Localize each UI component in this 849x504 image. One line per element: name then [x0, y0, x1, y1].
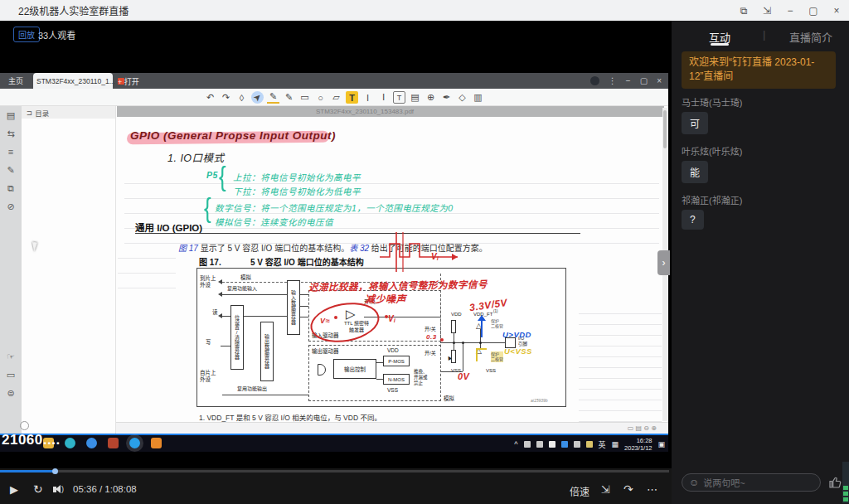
pencil-icon[interactable]: ✎	[283, 91, 295, 104]
eraser-icon[interactable]: ◇	[456, 91, 468, 104]
play-button[interactable]: ▶	[10, 483, 18, 496]
diagram-label-vss-right2: VSS	[486, 368, 496, 375]
more-button[interactable]: ⋯	[647, 483, 657, 496]
chat-bubble[interactable]: 能	[682, 161, 708, 183]
page-arrange-icon[interactable]: ⇆	[0, 124, 22, 143]
status-icon[interactable]: ⊕	[651, 424, 657, 432]
diagram-line	[376, 362, 383, 363]
ruled-line	[579, 378, 662, 379]
web-link-icon[interactable]: ⊕	[424, 91, 437, 104]
annotate-icon[interactable]: ✎	[0, 161, 22, 179]
status-icon[interactable]: ▭	[628, 424, 636, 432]
progress-bar[interactable]	[0, 470, 669, 472]
diagram-label-vdd: VDD	[387, 347, 399, 354]
select-cursor-icon[interactable]: ➤	[249, 89, 266, 106]
like-button[interactable]	[827, 475, 842, 493]
desktop-taskbar: ^ 英 ▦ 16:28 2023/1/12 ▣	[0, 434, 668, 452]
redo-icon[interactable]: ↷	[220, 91, 232, 104]
floating-tool-button[interactable]	[20, 421, 29, 430]
tray-bluetooth-icon[interactable]	[561, 441, 568, 448]
ime-indicator[interactable]: 英	[599, 439, 606, 450]
pdf-menu-icon[interactable]: ⋮	[609, 76, 617, 85]
text-caret-icon[interactable]: Ⅰ	[377, 91, 390, 104]
pip-icon[interactable]: ⧉	[738, 5, 750, 17]
tray-clipboard-icon[interactable]	[536, 441, 543, 448]
toc-header[interactable]: ⊐ 目录	[22, 106, 115, 119]
side-panel-icon[interactable]: ▥	[472, 91, 484, 104]
screen-mode-icon[interactable]: ▭	[0, 366, 22, 384]
emoji-icon[interactable]: ☺	[689, 477, 699, 488]
reader-view-icon[interactable]: ▤	[0, 106, 22, 124]
pdf-maximize-icon[interactable]: ▢	[640, 76, 648, 85]
strip-bottom-icons: ☞▭⊜	[0, 347, 22, 402]
hw-teal-line: 模拟信号：连续变化的电压值	[215, 216, 333, 228]
status-icon[interactable]: ▤	[636, 424, 644, 432]
outline-list-icon[interactable]: ≡	[0, 143, 22, 161]
expand-icon[interactable]: ⇲	[761, 5, 773, 17]
taskbar-app-app-orange[interactable]	[151, 438, 162, 448]
tray-clock[interactable]: 16:28 2023/1/12	[624, 437, 652, 453]
chat-sidebar: 互动 | 直播简介 欢迎来到“钉钉直播 2023-01-12”直播间 马士琦(马…	[672, 21, 849, 504]
pencil-yellow-icon[interactable]: ✎	[267, 91, 279, 104]
status-icon[interactable]: ⊖	[643, 424, 651, 432]
cast-button[interactable]: ↷	[623, 482, 633, 496]
pdf-tab-document[interactable]: STM32F4xx_230110_1...	[33, 73, 113, 89]
polygon-icon[interactable]: ▱	[330, 91, 342, 104]
tray-volume-icon[interactable]	[574, 441, 580, 448]
video-screen[interactable]: 主页 STM32F4xx_230110_1... + 打开 ↶↷◊➤✎✎▭○▱T…	[0, 73, 668, 452]
touch-keyboard-icon[interactable]: ▦	[612, 440, 619, 448]
pdf-window-controls: ⋮ − ▢ ×	[590, 76, 662, 85]
hw-io-mode: 1. IO口模式	[167, 149, 225, 165]
shape-lasso-icon[interactable]: ◊	[235, 91, 248, 104]
taskbar-app-app-blue[interactable]	[86, 438, 97, 448]
tray-caret-icon[interactable]: ^	[514, 440, 517, 448]
text-box-icon[interactable]: T	[393, 91, 405, 104]
speed-button[interactable]: 倍速	[570, 484, 589, 498]
image-stamp-icon[interactable]: ▤	[409, 91, 421, 104]
taskbar-app-edge-browser[interactable]	[65, 438, 75, 448]
panel-expand-chevron[interactable]: ›	[657, 250, 670, 275]
doc-scrollbar-thumb[interactable]	[663, 110, 667, 148]
diagram-line	[300, 317, 308, 317]
tab-live-intro[interactable]: 直播简介	[789, 29, 832, 45]
chat-bubble[interactable]: ?	[682, 210, 704, 230]
taskbar-app-app-red[interactable]	[108, 438, 119, 448]
pdf-tab-home[interactable]: 主页	[8, 75, 23, 86]
pdf-open-button[interactable]: + 打开	[118, 76, 139, 87]
nmos-box: N-MOS	[383, 374, 410, 385]
chat-bubble[interactable]: 可	[682, 112, 708, 134]
undo-icon[interactable]: ↶	[204, 91, 216, 104]
pdf-minimize-icon[interactable]: −	[626, 76, 631, 85]
text-insert-icon[interactable]: I	[361, 91, 374, 104]
restore-icon[interactable]: ▢	[808, 5, 819, 17]
account-avatar[interactable]	[590, 76, 599, 85]
tray-battery-icon[interactable]	[586, 441, 593, 448]
tray-headset-icon[interactable]	[524, 441, 531, 448]
tray-phone-icon[interactable]	[549, 441, 555, 448]
hw-teal-line: 上拉：将电信号初始化为高电平	[233, 171, 361, 183]
progress-knob[interactable]	[52, 468, 58, 474]
more-tools-icon[interactable]: ⊜	[0, 384, 22, 402]
taskbar-app-dingtalk[interactable]	[129, 438, 140, 448]
fullscreen-button[interactable]: ⇲	[601, 483, 610, 496]
doc-section-heading: 通用 I/O (GPIO)	[135, 220, 202, 234]
minimize-icon[interactable]: −	[784, 5, 796, 17]
chat-input[interactable]: ☺ 说两句吧~	[682, 473, 821, 492]
signature-icon[interactable]: ✒	[440, 91, 453, 104]
snapshot-icon[interactable]: ⧉	[0, 179, 22, 197]
tag-icon[interactable]: ⊘	[0, 197, 22, 216]
pdf-tabbar: 主页 STM32F4xx_230110_1... + 打开	[0, 73, 668, 89]
refresh-button[interactable]: ↻	[33, 482, 43, 496]
diagram-line	[222, 395, 308, 395]
close-icon[interactable]: ×	[831, 5, 842, 17]
notification-icon[interactable]: ▣	[657, 440, 665, 448]
mini-widget[interactable]	[842, 462, 849, 503]
figure-ref-link[interactable]: 图 17	[178, 244, 198, 253]
text-highlight-icon[interactable]: T	[346, 91, 358, 104]
ellipse-tool-icon[interactable]: ○	[314, 91, 327, 104]
rectangle-icon[interactable]: ▭	[298, 91, 311, 104]
hand-tool-icon[interactable]: ☞	[0, 347, 22, 366]
volume-button[interactable]: )	[53, 485, 64, 493]
pdf-close-icon[interactable]: ×	[657, 76, 662, 85]
diagram-line	[221, 346, 230, 346]
